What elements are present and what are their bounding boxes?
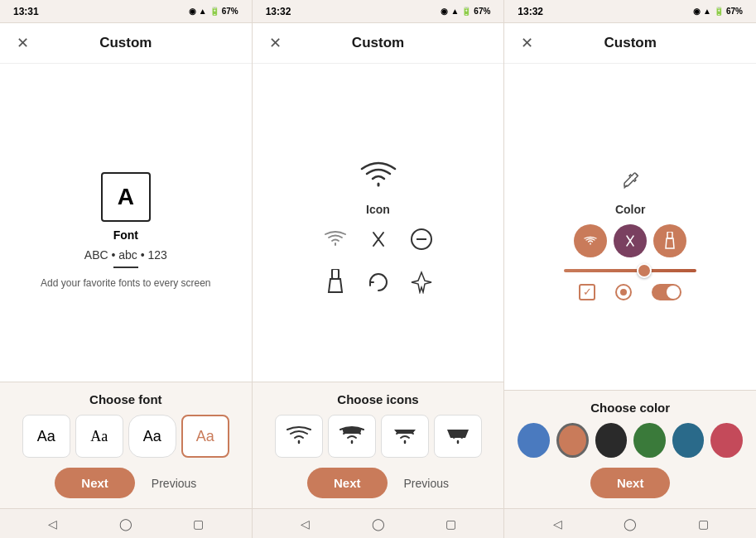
font-sample-text: ABC • abc • 123 bbox=[84, 248, 167, 262]
color-slider[interactable] bbox=[564, 269, 696, 272]
icon-preview-area: Icon bbox=[266, 80, 491, 382]
icon-selector bbox=[266, 415, 491, 458]
color-panel-header: ✕ Custom bbox=[504, 23, 756, 64]
font-previous-button[interactable]: Previous bbox=[152, 477, 196, 490]
font-preview-label: Font bbox=[113, 228, 138, 242]
icon-next-button[interactable]: Next bbox=[307, 468, 388, 498]
icon-previous-button[interactable]: Previous bbox=[404, 477, 449, 490]
preview-minus-icon bbox=[407, 224, 436, 254]
icon-option-3[interactable] bbox=[434, 415, 482, 458]
status-segment-3: 13:32 ◉ ▲ 🔋 67% bbox=[504, 0, 756, 22]
color-circle-2 bbox=[653, 224, 686, 257]
icon-option-2[interactable] bbox=[381, 415, 429, 458]
svg-marker-4 bbox=[449, 434, 467, 438]
recent-button-3[interactable]: ▢ bbox=[691, 512, 715, 536]
color-slider-track bbox=[564, 269, 696, 272]
color-selector bbox=[518, 423, 743, 458]
color-bottom-section: Choose color Next bbox=[504, 390, 756, 508]
wifi-status-icon-3: ▲ bbox=[703, 7, 711, 16]
font-panel-close[interactable]: ✕ bbox=[13, 32, 32, 54]
color-preview-label: Color bbox=[615, 203, 646, 216]
font-section-title: Choose font bbox=[13, 392, 238, 406]
font-option-1[interactable]: Aa bbox=[75, 415, 123, 458]
color-slider-thumb bbox=[637, 263, 652, 278]
icon-panel-close[interactable]: ✕ bbox=[266, 32, 285, 54]
back-button-3[interactable]: ◁ bbox=[546, 512, 569, 536]
battery-pct-2: 67% bbox=[474, 7, 490, 16]
font-next-button[interactable]: Next bbox=[55, 468, 135, 498]
icon-panel-header: ✕ Custom bbox=[253, 23, 504, 64]
wifi-status-icon-2: ▲ bbox=[450, 7, 459, 16]
status-icons-2: ◉ ▲ 🔋 67% bbox=[441, 7, 490, 16]
preview-wifi-icon bbox=[320, 224, 350, 254]
nav-segment-2: ◁ ◯ ▢ bbox=[253, 509, 505, 538]
time-1: 13:31 bbox=[13, 6, 39, 17]
icon-preview-grid bbox=[320, 224, 436, 297]
status-segment-2: 13:32 ◉ ▲ 🔋 67% bbox=[253, 0, 505, 22]
battery-icon-3: 🔋 bbox=[714, 7, 724, 16]
color-circles bbox=[574, 224, 686, 257]
color-option-teal[interactable] bbox=[672, 423, 705, 458]
color-preview-area: Color bbox=[518, 80, 743, 390]
preview-bluetooth-icon bbox=[364, 224, 393, 254]
color-option-red[interactable] bbox=[710, 423, 743, 458]
radio-inner bbox=[620, 289, 627, 295]
icon-panel: ✕ Custom Icon bbox=[253, 23, 505, 508]
svg-rect-7 bbox=[667, 232, 672, 238]
svg-rect-2 bbox=[332, 269, 339, 279]
font-description: Add your favorite fonts to every screen bbox=[41, 276, 210, 291]
icon-action-row: Next Previous bbox=[266, 468, 491, 502]
nav-bar: ◁ ◯ ▢ ◁ ◯ ▢ ◁ ◯ ▢ bbox=[0, 508, 756, 538]
color-option-black[interactable] bbox=[595, 423, 628, 458]
color-option-green[interactable] bbox=[633, 423, 666, 458]
icon-option-1[interactable] bbox=[328, 415, 376, 458]
font-option-3[interactable]: Aa bbox=[181, 415, 229, 458]
signal-icon-3: ◉ bbox=[693, 7, 701, 16]
recent-button-2[interactable]: ▢ bbox=[439, 512, 462, 536]
back-button-1[interactable]: ◁ bbox=[41, 512, 65, 536]
checkbox-preview: ✓ bbox=[579, 284, 595, 300]
battery-pct-3: 67% bbox=[726, 7, 743, 16]
color-panel-title: Custom bbox=[604, 35, 657, 51]
signal-icon-1: ◉ bbox=[189, 7, 196, 16]
icon-option-0[interactable] bbox=[275, 415, 323, 458]
time-2: 13:32 bbox=[266, 6, 291, 17]
font-preview-icon: A bbox=[101, 172, 151, 222]
font-selector: Aa Aa Aa Aa bbox=[13, 415, 238, 458]
font-option-0[interactable]: Aa bbox=[22, 415, 70, 458]
svg-marker-3 bbox=[394, 430, 416, 434]
wifi-status-icon-1: ▲ bbox=[199, 7, 207, 16]
color-circle-1 bbox=[614, 224, 647, 257]
toggle-preview bbox=[652, 284, 681, 300]
preview-rotate-icon bbox=[364, 267, 393, 297]
font-divider bbox=[113, 267, 138, 268]
wifi-large-icon bbox=[359, 159, 398, 198]
color-circle-0 bbox=[574, 224, 607, 257]
home-button-3[interactable]: ◯ bbox=[619, 512, 642, 536]
battery-icon-2: 🔋 bbox=[461, 7, 471, 16]
font-panel-title: Custom bbox=[99, 35, 152, 51]
preview-airplane-icon bbox=[407, 267, 436, 297]
home-button-1[interactable]: ◯ bbox=[114, 512, 137, 536]
home-button-2[interactable]: ◯ bbox=[367, 512, 390, 536]
radio-preview bbox=[615, 284, 632, 300]
nav-segment-1: ◁ ◯ ▢ bbox=[0, 509, 253, 538]
font-option-2[interactable]: Aa bbox=[128, 415, 176, 458]
color-action-row: Next bbox=[518, 468, 743, 502]
time-3: 13:32 bbox=[518, 6, 543, 17]
font-panel-content: A Font ABC • abc • 123 Add your favorite… bbox=[0, 64, 252, 382]
icon-panel-content: Icon bbox=[253, 64, 504, 382]
icon-preview-label: Icon bbox=[366, 203, 390, 216]
font-action-row: Next Previous bbox=[13, 468, 238, 502]
svg-marker-5 bbox=[447, 430, 469, 434]
color-panel-close[interactable]: ✕ bbox=[518, 32, 537, 54]
color-next-button[interactable]: Next bbox=[590, 468, 671, 498]
recent-button-1[interactable]: ▢ bbox=[187, 512, 210, 536]
status-bar: 13:31 ◉ ▲ 🔋 67% 13:32 ◉ ▲ 🔋 67% 13:32 ◉ … bbox=[0, 0, 756, 23]
battery-icon-1: 🔋 bbox=[209, 7, 219, 16]
color-option-terracotta[interactable] bbox=[556, 423, 589, 458]
icon-panel-title: Custom bbox=[352, 35, 404, 51]
color-option-blue[interactable] bbox=[518, 423, 550, 458]
back-button-2[interactable]: ◁ bbox=[294, 512, 317, 536]
font-panel-header: ✕ Custom bbox=[0, 23, 252, 64]
